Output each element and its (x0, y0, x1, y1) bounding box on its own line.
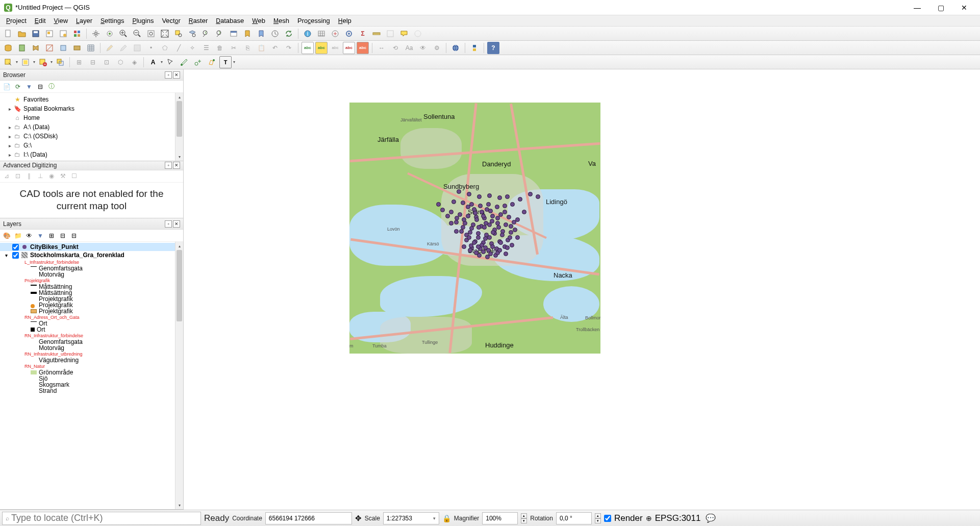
sublayer-item[interactable]: Motorväg (0, 271, 183, 278)
zoom-layer-icon[interactable] (186, 28, 198, 40)
zoom-native-icon[interactable] (145, 28, 157, 40)
add-point-node-icon[interactable] (192, 56, 204, 68)
zoom-last-icon[interactable] (200, 28, 212, 40)
new-bookmark-icon[interactable] (241, 28, 254, 40)
refresh-browser-icon[interactable]: ⟳ (13, 82, 22, 91)
zoom-selection-icon[interactable] (172, 28, 185, 40)
filter-browser-icon[interactable]: ▼ (24, 82, 34, 91)
zoom-full-icon[interactable] (159, 28, 171, 40)
maptips-icon[interactable] (398, 28, 410, 40)
lock-icon[interactable]: 🔒 (442, 514, 451, 522)
new-map-view-icon[interactable] (228, 28, 240, 40)
sublayer-item[interactable]: Måttsättning (0, 284, 183, 290)
metasearch-icon[interactable] (449, 42, 462, 54)
sublayer-item[interactable]: Projektgrafik (0, 302, 183, 308)
properties-icon[interactable]: ⓘ (47, 82, 56, 91)
expand-all-icon[interactable]: ⊞ (47, 231, 56, 240)
help-icon[interactable]: ? (487, 42, 499, 54)
menu-vector[interactable]: Vector (158, 16, 184, 26)
adv-close-button[interactable]: ✕ (173, 162, 180, 169)
new-spatialite-icon[interactable] (43, 42, 56, 54)
browser-item[interactable]: ▸🔖Spatial Bookmarks (0, 104, 183, 113)
sublayer-item[interactable]: Projektgrafik (0, 296, 183, 302)
menu-mesh[interactable]: Mesh (269, 16, 293, 26)
menu-edit[interactable]: Edit (31, 16, 50, 26)
sublayer-item[interactable]: RN_Infrastruktur_utbredning (0, 351, 183, 357)
map-canvas[interactable]: SollentunaJärfällaDanderydVaSundbybergSo… (184, 69, 980, 510)
processing-toolbox-icon[interactable] (343, 28, 355, 40)
browser-item[interactable]: ▸🗀A:\ (Data) (0, 122, 183, 132)
zoom-next-icon[interactable] (214, 28, 226, 40)
manage-themes-icon[interactable]: 👁 (24, 231, 34, 240)
menu-help[interactable]: Help (334, 16, 356, 26)
rotation-value[interactable]: 0,0 ° (560, 515, 572, 522)
sublayer-item[interactable]: RN_Infrastruktur_förbindelse (0, 333, 183, 339)
adv-undock-button[interactable]: ▫ (165, 162, 172, 169)
filter-legend-icon[interactable]: ▼ (36, 231, 45, 240)
layers-undock-button[interactable]: ▫ (165, 220, 172, 228)
add-group-icon[interactable]: 📁 (13, 231, 22, 240)
zoom-in-icon[interactable] (117, 28, 130, 40)
select-by-location-icon[interactable] (54, 56, 66, 68)
maximize-button[interactable]: ▢ (929, 0, 952, 15)
browser-item[interactable]: 🗀I:\ (0, 159, 183, 161)
close-button[interactable]: ✕ (952, 0, 976, 15)
minimize-button[interactable]: — (906, 0, 929, 15)
layer-row[interactable]: CityBikes_Punkt (0, 243, 183, 251)
new-temp-layer-icon[interactable] (57, 42, 69, 54)
new-project-icon[interactable] (2, 28, 14, 40)
select-arrow-icon[interactable] (164, 56, 177, 68)
sublayer-item[interactable]: Sjö (0, 375, 183, 382)
new-mesh-layer-icon[interactable] (85, 42, 97, 54)
label-abc-box-icon[interactable]: abc (357, 42, 369, 54)
menu-layer[interactable]: Layer (72, 16, 96, 26)
refresh-icon[interactable] (283, 28, 295, 40)
locator-input[interactable] (11, 513, 197, 523)
open-project-icon[interactable] (16, 28, 28, 40)
coord-value[interactable]: 6566194 172666 (269, 515, 348, 522)
label-abc-highlight-icon[interactable]: abc (315, 42, 328, 54)
new-shapefile-icon[interactable] (30, 42, 42, 54)
crs-value[interactable]: EPSG:3011 (655, 513, 701, 523)
save-project-icon[interactable] (30, 28, 42, 40)
remove-layer-icon[interactable]: ⊟ (69, 231, 79, 240)
menu-project[interactable]: Project (2, 16, 31, 26)
layer-styling-icon[interactable]: 🎨 (2, 231, 11, 240)
rotation-spinner[interactable]: ▴▾ (595, 513, 601, 523)
sublayer-item[interactable]: L_Infrastruktur_förbindelse (0, 259, 183, 265)
browser-item[interactable]: ▸🗀G:\ (0, 141, 183, 150)
sublayer-item[interactable]: Grönområde (0, 369, 183, 375)
measure-area-icon[interactable] (384, 28, 396, 40)
browser-tree[interactable]: ★Favorites▸🔖Spatial Bookmarks⌂Home▸🗀A:\ … (0, 93, 183, 161)
layers-tree[interactable]: CityBikes_Punkt▾Stockholmskarta_Gra_fore… (0, 242, 183, 509)
messages-icon[interactable]: 💬 (706, 513, 716, 523)
menu-settings[interactable]: Settings (96, 16, 128, 26)
bookmarks-panel-icon[interactable] (255, 28, 267, 40)
scale-value[interactable]: 1:227353 (387, 515, 412, 522)
sublayer-item[interactable]: Genomfartsgata (0, 265, 183, 271)
label-abc-icon[interactable]: abc (301, 42, 314, 54)
data-source-manager-icon[interactable] (2, 42, 14, 54)
sublayer-item[interactable]: Ort (0, 327, 183, 333)
sublayer-item[interactable]: RN_Natur (0, 363, 183, 369)
temporal-icon[interactable] (269, 28, 281, 40)
style-manager-icon[interactable] (71, 28, 83, 40)
sublayer-item[interactable]: RN_Adress_Ort_och_Gata (0, 314, 183, 320)
sublayer-item[interactable]: Vägutbredning (0, 357, 183, 363)
layer-row[interactable]: ▾Stockholmskarta_Gra_forenklad (0, 251, 183, 259)
select-features-icon[interactable] (2, 56, 14, 68)
browser-item[interactable]: ⌂Home (0, 113, 183, 122)
field-calculator-icon[interactable] (329, 28, 341, 40)
sublayer-item[interactable]: Ort (0, 320, 183, 327)
menu-raster[interactable]: Raster (185, 16, 212, 26)
menu-processing[interactable]: Processing (293, 16, 334, 26)
menu-database[interactable]: Database (212, 16, 248, 26)
sublayer-item[interactable]: Skogsmark (0, 382, 183, 388)
sublayer-item[interactable]: Projektgrafik (0, 308, 183, 314)
layers-close-button[interactable]: ✕ (173, 220, 180, 228)
browser-undock-button[interactable]: ▫ (165, 71, 172, 79)
add-polygon-node-icon[interactable] (206, 56, 218, 68)
annotation-text-icon[interactable]: A (147, 56, 159, 68)
layout-manager-icon[interactable] (57, 28, 69, 40)
select-all-icon[interactable] (19, 56, 32, 68)
